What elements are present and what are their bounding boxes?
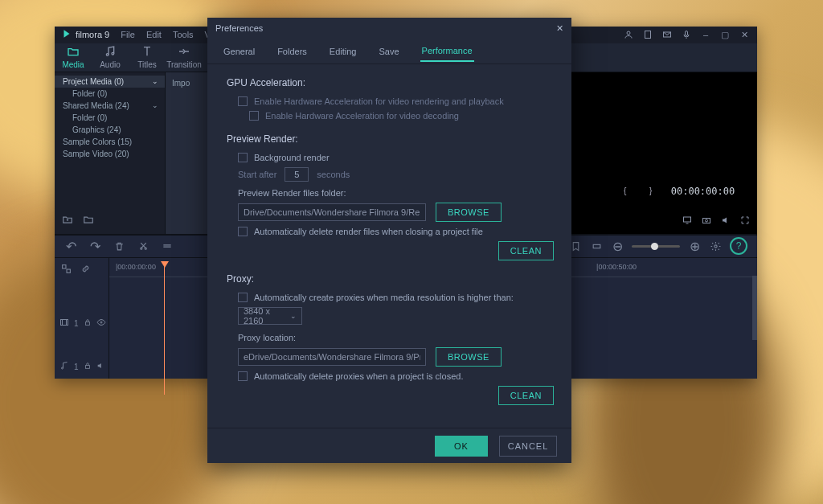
svg-rect-19 xyxy=(85,366,89,369)
checkbox-auto-delete-proxy[interactable] xyxy=(238,371,248,381)
zoom-out-icon[interactable]: ⊖ xyxy=(611,240,624,252)
add-folder-icon[interactable] xyxy=(82,213,95,226)
section-proxy: Proxy: Automatically create proxies when… xyxy=(227,273,554,405)
proxy-heading: Proxy: xyxy=(227,273,554,285)
tab-audio[interactable]: Audio xyxy=(92,45,129,69)
checkbox-auto-delete-render[interactable] xyxy=(238,227,248,236)
eye-icon[interactable] xyxy=(96,318,106,329)
tab-transition[interactable]: Transition xyxy=(166,45,203,69)
playhead-handle[interactable] xyxy=(161,261,169,268)
app-name: filmora 9 xyxy=(76,30,109,39)
label-gpu-render: Enable Hardware Acceleration for video r… xyxy=(254,96,504,106)
select-proxy-resolution[interactable]: 3840 x 2160 ⌄ xyxy=(238,307,302,325)
cancel-button[interactable]: CANCEL xyxy=(499,436,557,457)
text-icon xyxy=(141,45,154,58)
label-gpu-decode: Enable Hardware Acceleration for video d… xyxy=(265,111,459,121)
help-button[interactable]: ? xyxy=(730,237,747,255)
svg-point-8 xyxy=(706,219,708,222)
zoom-in-icon[interactable]: ⊕ xyxy=(688,240,701,252)
tree-graphics[interactable]: Graphics (24) xyxy=(55,124,165,136)
prefs-tab-save[interactable]: Save xyxy=(377,42,400,61)
menu-file[interactable]: File xyxy=(121,30,135,39)
lock-icon[interactable] xyxy=(84,318,92,328)
svg-point-5 xyxy=(112,53,114,55)
tree-shared-media[interactable]: Shared Media (24)⌄ xyxy=(55,100,165,112)
undo-icon[interactable]: ↶ xyxy=(64,240,77,252)
edit-tool-icon[interactable] xyxy=(161,240,174,252)
tree-project-media[interactable]: Project Media (0)⌄ xyxy=(55,76,165,88)
music-icon xyxy=(104,45,117,58)
prefs-tab-general[interactable]: General xyxy=(222,42,256,61)
clean-proxy-button[interactable]: CLEAN xyxy=(498,386,554,405)
chain-icon[interactable] xyxy=(79,263,92,276)
checkbox-gpu-render[interactable] xyxy=(238,96,248,106)
checkbox-gpu-decode[interactable] xyxy=(249,111,259,121)
prefs-tabs: General Folders Editing Save Performance xyxy=(207,39,571,64)
label-seconds: seconds xyxy=(317,170,350,179)
new-folder-icon[interactable] xyxy=(61,213,74,226)
cut-icon[interactable] xyxy=(137,240,149,252)
window-maximize[interactable]: ▢ xyxy=(719,28,731,41)
window-close[interactable]: ✕ xyxy=(738,28,751,41)
label-render-folder: Preview Render files folder: xyxy=(238,188,346,198)
tree-folder-1[interactable]: Folder (0) xyxy=(55,112,165,124)
folder-icon xyxy=(67,45,80,58)
video-track-label[interactable]: 1 xyxy=(59,318,104,329)
tab-media-label: Media xyxy=(62,60,84,69)
tab-titles[interactable]: Titles xyxy=(129,45,166,69)
notes-icon[interactable] xyxy=(641,28,654,41)
mail-icon[interactable] xyxy=(661,28,674,41)
transition-icon xyxy=(178,45,190,58)
menu-edit[interactable]: Edit xyxy=(146,30,162,39)
svg-point-4 xyxy=(106,54,109,56)
fit-icon[interactable] xyxy=(590,240,603,252)
timeline-scrollbar[interactable] xyxy=(752,276,757,340)
lock-icon[interactable] xyxy=(84,362,92,371)
ok-button[interactable]: OK xyxy=(435,436,488,457)
render-heading: Preview Render: xyxy=(227,133,554,145)
menu-tools[interactable]: Tools xyxy=(173,30,194,39)
braces-right: } xyxy=(645,186,657,197)
clean-render-button[interactable]: CLEAN xyxy=(498,241,554,260)
checkbox-auto-proxy[interactable] xyxy=(238,293,248,302)
tree-sample-colors[interactable]: Sample Colors (15) xyxy=(55,136,165,148)
input-proxy-location[interactable] xyxy=(238,348,426,366)
prefs-close-icon[interactable]: ✕ xyxy=(556,23,563,34)
tree-sample-video[interactable]: Sample Video (20) xyxy=(55,148,165,160)
import-button[interactable]: Impo xyxy=(172,79,190,88)
zoom-slider[interactable] xyxy=(632,245,680,248)
svg-rect-14 xyxy=(67,269,70,272)
account-icon[interactable] xyxy=(622,28,635,41)
snapshot-icon[interactable] xyxy=(701,215,712,226)
prefs-tab-performance[interactable]: Performance xyxy=(420,41,474,62)
speaker-icon[interactable] xyxy=(96,362,104,371)
checkbox-bg-render[interactable] xyxy=(238,153,248,162)
fullscreen-icon[interactable] xyxy=(739,215,751,226)
tab-media[interactable]: Media xyxy=(55,45,92,69)
prefs-tab-folders[interactable]: Folders xyxy=(276,42,309,61)
label-start-after: Start after xyxy=(238,170,276,179)
input-start-delay[interactable] xyxy=(285,167,309,182)
section-preview-render: Preview Render: Background render Start … xyxy=(227,133,554,260)
tree-folder-0[interactable]: Folder (0) xyxy=(55,88,165,100)
trash-icon[interactable] xyxy=(113,240,125,252)
prefs-title: Preferences xyxy=(215,23,263,33)
link-media-icon[interactable] xyxy=(59,263,72,276)
browse-render-button[interactable]: BROWSE xyxy=(436,203,502,222)
monitor-icon[interactable] xyxy=(682,215,693,226)
audio-track-label[interactable]: 1 xyxy=(59,361,104,372)
input-render-folder[interactable] xyxy=(238,203,426,221)
playhead-line xyxy=(164,266,165,395)
svg-point-0 xyxy=(627,31,630,35)
tab-audio-label: Audio xyxy=(100,60,121,69)
prefs-tab-editing[interactable]: Editing xyxy=(328,42,358,61)
mic-icon[interactable] xyxy=(680,28,693,41)
settings-icon[interactable] xyxy=(709,240,722,252)
browse-proxy-button[interactable]: BROWSE xyxy=(436,347,502,367)
window-minimize[interactable]: – xyxy=(699,28,712,41)
tab-transition-label: Transition xyxy=(166,60,202,69)
volume-icon[interactable] xyxy=(720,215,731,226)
svg-rect-16 xyxy=(85,322,89,326)
app-logo: filmora 9 xyxy=(61,28,109,41)
redo-icon[interactable]: ↷ xyxy=(88,240,101,252)
